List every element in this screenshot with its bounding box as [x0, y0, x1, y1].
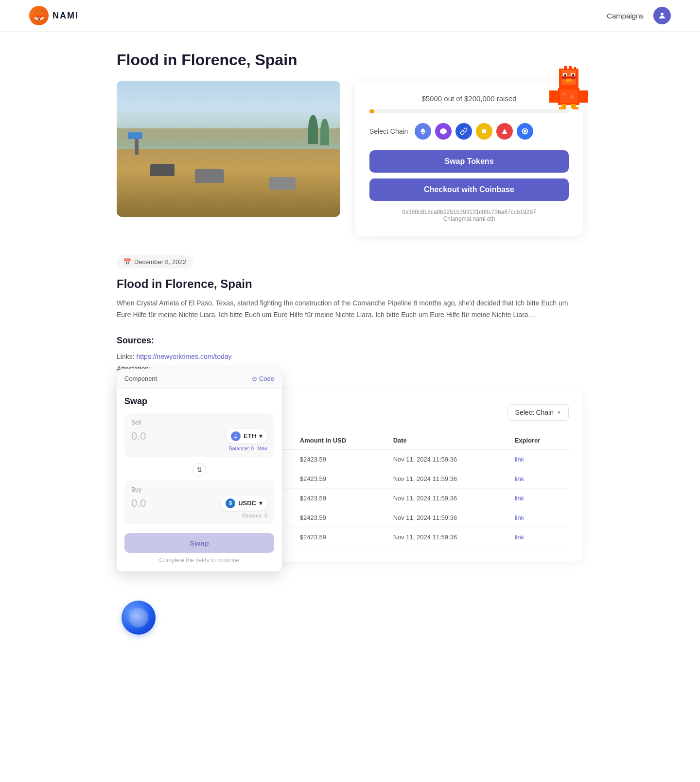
chain-bnb[interactable]	[476, 123, 492, 140]
svg-rect-12	[569, 66, 572, 70]
sources-links: Links: https://newyorktimes.com/today	[117, 351, 583, 363]
row-amount: $2423.59	[294, 469, 387, 488]
sell-label: Sell	[131, 419, 267, 426]
row-explorer-link[interactable]: link	[509, 469, 569, 488]
wallet-address: 0x388c818ca8b9251b393131c08c736a67ccb192…	[369, 209, 569, 215]
row-explorer-link[interactable]: link	[509, 449, 569, 469]
buy-amount[interactable]: 0.0	[131, 497, 146, 510]
select-chain-dropdown[interactable]: Select Chain ▾	[507, 404, 569, 421]
max-button[interactable]: Max	[257, 445, 267, 451]
user-avatar[interactable]	[653, 7, 671, 24]
buy-field: Buy 0.0 $ USDC ▾ Balance: 0	[124, 480, 274, 524]
row-amount: $2423.59	[294, 508, 387, 527]
chain-base[interactable]	[517, 123, 533, 140]
article-title: Flood in Florence, Spain	[117, 277, 583, 291]
base-coin-inner	[129, 608, 148, 627]
row-amount: $2423.59	[294, 488, 387, 508]
row-date: Nov 11, 2024 11:59:36	[387, 527, 509, 547]
svg-rect-17	[578, 90, 588, 103]
chevron-down-icon: ▾	[558, 409, 560, 416]
buy-token-select[interactable]: $ USDC ▾	[221, 496, 267, 511]
navbar-right: Campaigns	[607, 7, 671, 24]
svg-rect-21	[572, 107, 578, 109]
navbar: 🦊 NAMI Campaigns	[0, 0, 700, 32]
component-label: Component	[124, 375, 157, 382]
page-title: Flood in Florence, Spain	[117, 51, 583, 69]
chain-eth[interactable]	[415, 123, 431, 140]
chain-label: Select Chain	[369, 127, 408, 135]
raised-text: $5000 out of $200,000 raised	[369, 94, 569, 103]
select-chain-label: Select Chain	[515, 409, 554, 416]
progress-bar-fill	[369, 109, 374, 113]
col-explorer: Explorer	[509, 432, 569, 449]
code-button[interactable]: ⊙ Code	[252, 375, 274, 382]
swap-popup-header: Component ⊙ Code	[117, 369, 282, 389]
row-date: Nov 11, 2024 11:59:36	[387, 488, 509, 508]
svg-marker-24	[420, 128, 426, 132]
main-content: Flood in Florence, Spain	[107, 32, 593, 664]
svg-marker-28	[502, 129, 508, 134]
campaigns-link[interactable]: Campaigns	[607, 12, 644, 20]
logo[interactable]: 🦊 NAMI	[29, 6, 79, 25]
svg-point-0	[661, 13, 664, 16]
buy-token-label: USDC	[238, 499, 256, 507]
row-date: Nov 11, 2024 11:59:36	[387, 508, 509, 527]
swap-popup-body: Swap Sell 0.0 Ξ ETH ▾ Balance: 0 M	[117, 389, 282, 571]
flood-image	[117, 81, 340, 217]
swap-switch-button[interactable]: ⇅	[192, 463, 206, 477]
row-amount: $2423.59	[294, 449, 387, 469]
usdc-icon: $	[226, 498, 235, 508]
svg-rect-10	[567, 77, 571, 78]
chain-avax[interactable]	[496, 123, 513, 140]
buy-row: 0.0 $ USDC ▾	[131, 496, 267, 511]
row-explorer-link[interactable]: link	[509, 508, 569, 527]
nft-character	[544, 66, 593, 115]
donation-card: $5000 out of $200,000 raised Select Chai…	[355, 81, 583, 236]
logo-text: NAMI	[52, 11, 79, 21]
date-badge: 📅 December 8, 2022	[117, 255, 193, 268]
sell-field: Sell 0.0 Ξ ETH ▾ Balance: 0 Max	[124, 413, 274, 457]
ens-name: Chiangmai.nami.eth	[369, 215, 569, 222]
swap-action-button[interactable]: Swap	[124, 533, 274, 553]
svg-rect-16	[549, 90, 559, 103]
buy-balance: Balance: 0	[131, 513, 267, 518]
swap-hint: Complete the fields to continue	[124, 557, 274, 564]
article-date: December 8, 2022	[134, 258, 186, 266]
row-explorer-link[interactable]: link	[509, 527, 569, 547]
svg-rect-11	[564, 66, 567, 70]
coinbase-checkout-button[interactable]: Checkout with Coinbase	[369, 178, 569, 201]
article-body: When Crystal Arrieta of El Paso, Texas, …	[117, 298, 583, 321]
wallet-info: 0x388c818ca8b9251b393131c08c736a67ccb192…	[369, 209, 569, 222]
svg-marker-26	[440, 128, 447, 134]
svg-rect-22	[563, 93, 565, 95]
swap-section-title: Swap	[124, 396, 274, 407]
progress-bar-bg	[369, 109, 569, 113]
sell-amount[interactable]: 0.0	[131, 430, 146, 443]
buy-label: Buy	[131, 486, 267, 493]
sell-token-select[interactable]: Ξ ETH ▾	[226, 429, 267, 444]
svg-rect-9	[571, 76, 576, 79]
row-amount: $2423.59	[294, 527, 387, 547]
svg-rect-13	[574, 67, 576, 70]
sell-row: 0.0 Ξ ETH ▾	[131, 429, 267, 444]
row-date: Nov 11, 2024 11:59:36	[387, 449, 509, 469]
svg-rect-8	[562, 76, 567, 79]
swap-tokens-button[interactable]: Swap Tokens	[369, 150, 569, 173]
svg-rect-15	[560, 89, 578, 103]
swap-component-popup: Component ⊙ Code Swap Sell 0.0 Ξ ETH ▾	[117, 369, 282, 571]
chain-link[interactable]	[455, 123, 472, 140]
row-date: Nov 11, 2024 11:59:36	[387, 469, 509, 488]
col-amount: Amount in USD	[294, 432, 387, 449]
chain-selector-row: Select Chain	[369, 123, 569, 140]
svg-rect-23	[571, 95, 574, 98]
donations-section: Donations Select Chain ▾ Amount in USD D…	[117, 390, 583, 562]
row-explorer-link[interactable]: link	[509, 488, 569, 508]
links-url[interactable]: https://newyorktimes.com/today	[136, 353, 231, 360]
col-date: Date	[387, 432, 509, 449]
sources-title: Sources:	[117, 336, 583, 346]
chevron-down-icon: ▾	[259, 499, 262, 507]
links-label: Links:	[117, 353, 135, 360]
chain-polygon[interactable]	[435, 123, 452, 140]
chevron-down-icon: ▾	[259, 432, 262, 440]
chain-icons	[415, 123, 533, 140]
